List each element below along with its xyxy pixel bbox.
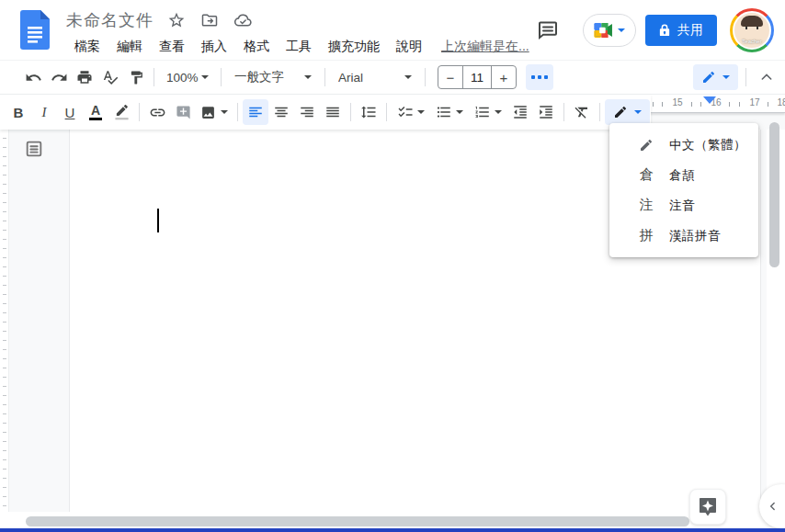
checklist-button[interactable] (392, 99, 430, 125)
image-caret-icon (221, 110, 228, 114)
italic-button[interactable]: I (31, 99, 57, 125)
underline-button[interactable]: U (57, 99, 83, 125)
input-tools-button[interactable] (605, 99, 650, 125)
move-to-folder-icon[interactable] (199, 10, 220, 30)
share-button[interactable]: 共用 (645, 15, 717, 46)
decrease-font-size-button[interactable]: − (438, 65, 462, 89)
undo-button[interactable] (20, 64, 46, 90)
toolbar-row-2: B I U A (0, 95, 651, 130)
align-right-button[interactable] (294, 99, 320, 125)
paint-format-button[interactable] (123, 64, 149, 90)
insert-image-button[interactable] (196, 99, 233, 125)
clear-formatting-button[interactable] (569, 99, 595, 125)
justify-button[interactable] (320, 99, 346, 125)
chevron-left-icon (767, 500, 779, 513)
numbered-list-caret-icon (495, 110, 502, 114)
explore-sparkle-icon (697, 496, 719, 518)
spell-check-button[interactable] (97, 64, 123, 90)
avatar-photo: Teacher (733, 11, 771, 50)
text-color-letter: A (89, 104, 102, 120)
input-tools-menu: 中文（繁體） 倉 倉頡 注 注音 拼 漢語拼音 (609, 123, 758, 257)
ruler-mark-17: 17 (747, 97, 761, 108)
text-cursor (157, 209, 159, 232)
window-bottom-edge (0, 528, 785, 532)
ruler-mark-18: 18 (775, 97, 785, 108)
pinyin-icon: 拼 (635, 227, 657, 244)
font-size-value[interactable]: 11 (462, 65, 492, 89)
toolbar-row-1: 100% 一般文字 Arial − 11 + (0, 61, 785, 95)
bulleted-list-caret-icon (456, 110, 463, 114)
print-button[interactable] (72, 64, 97, 90)
ruler-mark-15: 15 (670, 97, 684, 108)
toolbar-more-button[interactable] (526, 64, 553, 90)
pencil-icon (613, 105, 628, 119)
google-docs-window: 未命名文件 檔案 編輯 查看 插入 格式 工具 擴充功能 說明 上次編輯是在..… (0, 0, 785, 532)
last-edit-link[interactable]: 上次編輯是在... (441, 39, 529, 55)
bulleted-list-button[interactable] (430, 99, 469, 125)
document-title[interactable]: 未命名文件 (66, 9, 154, 31)
menu-help[interactable]: 說明 (388, 37, 430, 57)
highlight-color-button[interactable] (108, 99, 134, 125)
account-avatar[interactable]: Teacher (730, 8, 774, 52)
editing-mode-caret-icon (722, 75, 730, 79)
zhuyin-icon: 注 (635, 197, 657, 214)
meet-dropdown-caret-icon (618, 28, 625, 32)
header: 未命名文件 檔案 編輯 查看 插入 格式 工具 擴充功能 說明 上次編輯是在..… (0, 0, 785, 61)
menu-item-hanyu-pinyin[interactable]: 拼 漢語拼音 (609, 221, 758, 251)
docs-logo-icon[interactable] (20, 10, 50, 51)
menu-bar: 檔案 編輯 查看 插入 格式 工具 擴充功能 說明 上次編輯是在... (66, 37, 529, 57)
menu-item-label: 漢語拼音 (669, 228, 721, 244)
numbered-list-button[interactable] (469, 99, 507, 125)
bold-button[interactable]: B (6, 99, 31, 125)
menu-file[interactable]: 檔案 (66, 37, 108, 57)
menu-item-chinese-traditional[interactable]: 中文（繁體） (609, 130, 758, 160)
pencil-icon (701, 70, 716, 85)
increase-indent-button[interactable] (533, 99, 559, 125)
menu-item-label: 中文（繁體） (669, 137, 746, 153)
menu-insert[interactable]: 插入 (193, 37, 235, 57)
menu-item-cangjie[interactable]: 倉 倉頡 (609, 160, 758, 190)
font-value: Arial (338, 71, 363, 85)
editing-mode-button[interactable] (693, 64, 738, 90)
avatar-label: Teacher (734, 39, 769, 44)
show-document-outline-button[interactable] (22, 137, 46, 161)
align-left-button[interactable] (243, 99, 268, 125)
decrease-indent-button[interactable] (507, 99, 533, 125)
paragraph-style-value: 一般文字 (234, 69, 284, 85)
explore-button[interactable] (689, 489, 726, 525)
line-spacing-button[interactable] (356, 99, 381, 125)
join-meet-button[interactable] (583, 14, 636, 47)
menu-edit[interactable]: 編輯 (108, 37, 151, 57)
font-select[interactable]: Arial (330, 64, 420, 90)
star-icon[interactable] (166, 10, 187, 30)
menu-format[interactable]: 格式 (235, 37, 278, 57)
vertical-ruler (0, 130, 9, 532)
checklist-caret-icon (417, 110, 425, 114)
horizontal-ruler: 15 16 17 18 (643, 95, 785, 113)
lock-icon (659, 24, 670, 37)
share-button-label: 共用 (677, 22, 703, 39)
menu-tools[interactable]: 工具 (278, 37, 320, 57)
add-comment-button[interactable] (170, 99, 196, 125)
document-status-cloud-icon[interactable] (233, 10, 253, 30)
open-comment-history-button[interactable] (529, 12, 566, 49)
paragraph-style-select[interactable]: 一般文字 (226, 64, 320, 90)
style-caret-icon (304, 75, 312, 79)
indent-marker[interactable] (703, 96, 716, 104)
insert-link-button[interactable] (144, 99, 170, 125)
menu-extensions[interactable]: 擴充功能 (320, 37, 388, 57)
zoom-value: 100% (166, 71, 199, 85)
menu-item-zhuyin[interactable]: 注 注音 (609, 190, 758, 221)
vertical-scrollbar-thumb[interactable] (769, 122, 779, 267)
zoom-select[interactable]: 100% (159, 64, 216, 90)
align-center-button[interactable] (268, 99, 294, 125)
text-color-button[interactable]: A (83, 99, 108, 125)
font-caret-icon (404, 75, 412, 79)
horizontal-scrollbar-thumb[interactable] (26, 516, 689, 526)
redo-button[interactable] (46, 64, 72, 90)
increase-font-size-button[interactable]: + (492, 65, 516, 89)
menu-item-label: 倉頡 (669, 167, 695, 184)
menu-view[interactable]: 查看 (151, 37, 193, 57)
hide-menus-button[interactable] (754, 64, 779, 90)
input-tools-caret-icon (634, 110, 642, 114)
